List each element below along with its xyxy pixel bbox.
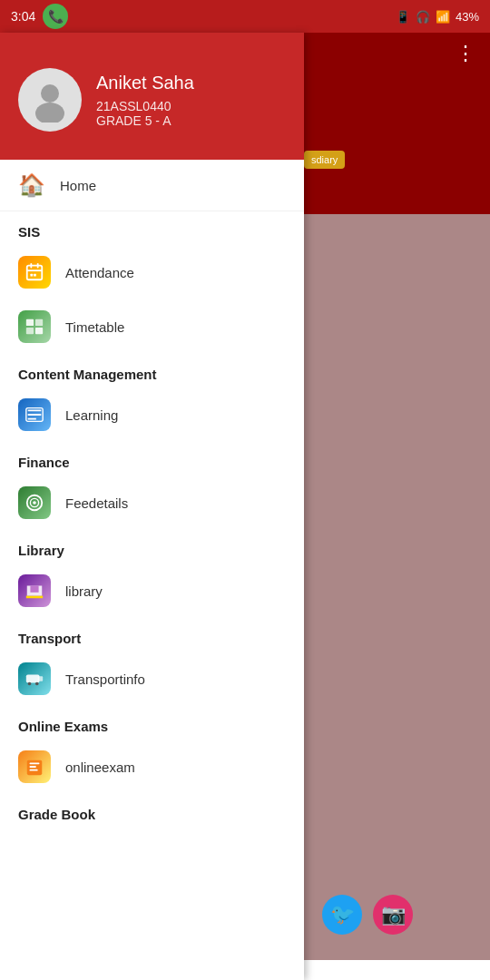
more-options-icon[interactable]: ⋮ [456,42,477,65]
call-icon: 📞 [43,4,68,29]
user-id: 21ASSL0440 [96,99,194,113]
user-info: Aniket Saha 21ASSL0440 GRADE 5 - A [96,73,194,128]
drawer-header: Aniket Saha 21ASSL0440 GRADE 5 - A [0,33,304,160]
onlineexam-label: onlineexam [65,760,135,775]
twitter-icon[interactable]: 🐦 [322,895,362,935]
status-icons: 📱 🎧 📶 43% [396,10,479,24]
section-title-transport: Transport [0,618,304,652]
headphone-icon: 🎧 [416,10,430,24]
onlineexam-icon [18,750,51,783]
attendance-icon [18,256,51,289]
svg-point-0 [41,84,59,103]
svg-point-19 [35,682,39,686]
nav-item-timetable[interactable]: Timetable [0,299,304,354]
timetable-label: Timetable [65,319,124,335]
feedetails-label: Feedetails [65,495,128,511]
svg-rect-7 [34,274,36,277]
svg-rect-10 [26,328,34,334]
main-layout: Aniket Saha 21ASSL0440 GRADE 5 - A 🏠 Hom… [0,33,490,980]
section-title-library: Library [0,530,304,564]
library-label: library [65,583,103,599]
signal-icon: 📶 [436,10,450,24]
svg-rect-8 [26,319,34,326]
phone-icon: 📱 [396,10,410,24]
nav-item-transport[interactable]: Transportinfo [0,652,304,706]
section-title-gradebook: Grade Book [0,794,304,828]
nav-item-home[interactable]: 🏠 Home [0,160,304,211]
section-title-content: Content Management [0,354,304,387]
nav-item-learning[interactable]: Learning [0,387,304,442]
section-title-onlineexams: Online Exams [0,706,304,740]
navigation-drawer: Aniket Saha 21ASSL0440 GRADE 5 - A 🏠 Hom… [0,33,304,980]
nav-list: 🏠 Home SIS [0,160,304,828]
time-display: 3:04 [11,9,35,24]
svg-rect-6 [30,274,33,277]
learning-icon [18,398,51,431]
svg-rect-17 [38,676,43,681]
section-title-finance: Finance [0,442,304,475]
status-bar: 3:04 📞 📱 🎧 📶 43% [0,0,490,33]
svg-rect-23 [30,769,38,771]
svg-rect-11 [35,328,43,334]
attendance-label: Attendance [65,265,134,280]
svg-point-18 [28,682,32,686]
diary-badge: sdiary [304,151,345,169]
feedetails-icon [18,486,51,519]
nav-item-feedetails[interactable]: Feedetails [0,475,304,530]
instagram-icon[interactable]: 📷 [373,895,413,935]
nav-item-attendance[interactable]: Attendance [0,245,304,299]
transport-label: Transportinfo [65,671,145,687]
library-icon [18,574,51,607]
overlay-top: ⋮ [304,33,490,214]
svg-point-15 [33,501,36,505]
nav-item-onlineexam[interactable]: onlineexam [0,740,304,794]
learning-label: Learning [65,407,118,423]
nav-item-library[interactable]: library [0,564,304,618]
svg-rect-16 [26,674,40,682]
user-name: Aniket Saha [96,73,194,93]
user-grade: GRADE 5 - A [96,113,194,128]
timetable-icon [18,310,51,343]
svg-point-1 [35,103,64,122]
battery-label: 43% [456,10,479,24]
svg-rect-21 [30,762,40,764]
home-icon: 🏠 [18,172,45,198]
svg-rect-22 [30,766,36,768]
section-title-sis: SIS [0,211,304,245]
avatar [18,68,82,132]
svg-rect-2 [27,266,43,280]
transport-icon [18,662,51,695]
diary-label: sdiary [311,154,338,165]
overlay-area[interactable]: ⋮ sdiary 🐦 📷 [304,33,490,980]
home-label: Home [60,178,96,193]
svg-rect-9 [35,319,43,326]
svg-rect-20 [27,760,43,776]
